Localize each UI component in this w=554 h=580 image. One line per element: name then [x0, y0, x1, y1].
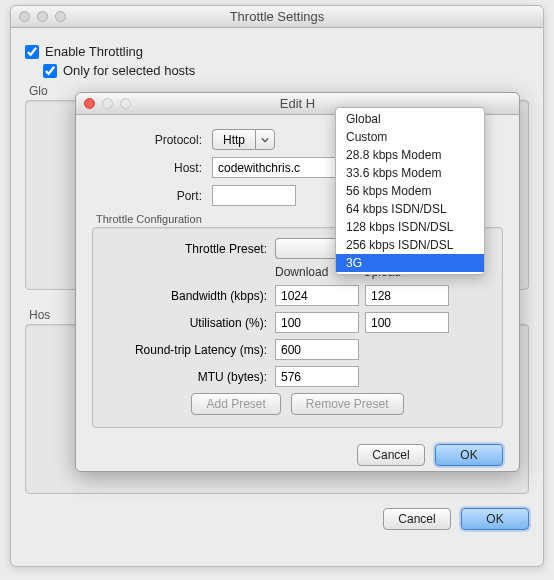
mtu-label: MTU (bytes): [103, 370, 267, 384]
ok-button[interactable]: OK [461, 508, 529, 530]
preset-option[interactable]: 3G [336, 254, 484, 272]
preset-option[interactable]: 56 kbps Modem [336, 182, 484, 200]
close-icon[interactable] [84, 98, 95, 109]
protocol-select[interactable]: Http [212, 129, 275, 150]
cancel-button[interactable]: Cancel [383, 508, 451, 530]
preset-option[interactable]: 28.8 kbps Modem [336, 146, 484, 164]
add-preset-button[interactable]: Add Preset [191, 393, 280, 415]
preset-label: Throttle Preset: [103, 242, 267, 256]
port-label: Port: [92, 189, 202, 203]
bandwidth-upload-input[interactable] [365, 285, 449, 306]
remove-preset-button[interactable]: Remove Preset [291, 393, 404, 415]
preset-option[interactable]: 33.6 kbps Modem [336, 164, 484, 182]
port-input[interactable] [212, 185, 296, 206]
enable-throttling-row: Enable Throttling [25, 44, 529, 59]
zoom-icon [120, 98, 131, 109]
zoom-icon[interactable] [55, 11, 66, 22]
latency-input[interactable] [275, 339, 359, 360]
window-controls [19, 11, 66, 22]
enable-throttling-label: Enable Throttling [45, 44, 143, 59]
enable-throttling-checkbox[interactable] [25, 45, 39, 59]
utilisation-download-input[interactable] [275, 312, 359, 333]
only-hosts-row: Only for selected hosts [43, 63, 529, 78]
preset-dropdown-menu[interactable]: GlobalCustom28.8 kbps Modem33.6 kbps Mod… [335, 107, 485, 275]
bandwidth-label: Bandwidth (kbps): [103, 289, 267, 303]
window-title: Throttle Settings [11, 9, 543, 24]
only-hosts-checkbox[interactable] [43, 64, 57, 78]
preset-option[interactable]: 64 kbps ISDN/DSL [336, 200, 484, 218]
utilisation-upload-input[interactable] [365, 312, 449, 333]
protocol-value: Http [212, 129, 255, 150]
preset-option[interactable]: 128 kbps ISDN/DSL [336, 218, 484, 236]
dialog-window-controls [84, 98, 131, 109]
bandwidth-download-input[interactable] [275, 285, 359, 306]
latency-label: Round-trip Latency (ms): [103, 343, 267, 357]
titlebar: Throttle Settings [11, 6, 543, 28]
host-label: Host: [92, 161, 202, 175]
utilisation-label: Utilisation (%): [103, 316, 267, 330]
dialog-ok-button[interactable]: OK [435, 444, 503, 466]
mtu-input[interactable] [275, 366, 359, 387]
only-hosts-label: Only for selected hosts [63, 63, 195, 78]
chevron-down-icon [255, 129, 275, 150]
minimize-icon [102, 98, 113, 109]
close-icon[interactable] [19, 11, 30, 22]
preset-option[interactable]: 256 kbps ISDN/DSL [336, 236, 484, 254]
minimize-icon[interactable] [37, 11, 48, 22]
preset-option[interactable]: Global [336, 110, 484, 128]
preset-option[interactable]: Custom [336, 128, 484, 146]
dialog-cancel-button[interactable]: Cancel [357, 444, 425, 466]
protocol-label: Protocol: [92, 133, 202, 147]
